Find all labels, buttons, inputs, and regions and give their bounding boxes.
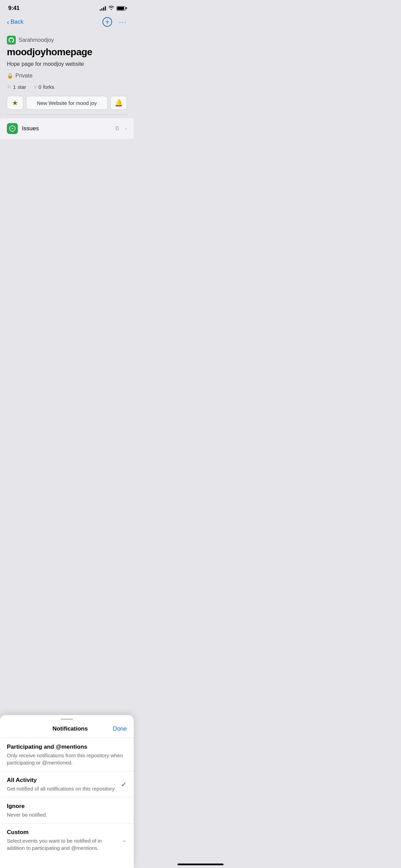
signal-icon [100,6,106,11]
status-time: 9:41 [8,5,20,12]
bell-icon: 🔔 [114,99,123,107]
nav-actions: + ··· [102,17,127,27]
add-button[interactable]: + [102,17,112,27]
repo-name: moodjoyhomepage [7,47,127,58]
fork-icon: ⑂ [34,84,37,90]
stars-stat: ☆ 1 star [7,84,26,90]
star-icon: ☆ [7,84,11,90]
stars-count: 1 [13,84,16,90]
repo-owner-name: Sarahmoodjoy [19,37,54,43]
branch-label: New Website for mood joy [37,100,97,106]
issues-icon [7,123,18,134]
forks-label: forks [43,84,54,90]
forks-stat: ⑂ 0 forks [34,84,54,90]
back-chevron-icon: ‹ [7,19,9,25]
repo-owner-row: Sarahmoodjoy [7,36,127,45]
plus-icon: + [105,19,109,25]
issues-row[interactable]: Issues 0 › [0,118,134,139]
star-filled-icon: ★ [12,99,18,107]
back-label: Back [11,19,24,25]
star-button[interactable]: ★ [7,96,23,110]
branch-button[interactable]: New Website for mood joy [26,96,108,110]
repo-description: Hope page for moodjoy website [7,60,127,68]
forks-count: 0 [38,84,41,90]
wifi-icon [108,5,114,11]
status-bar: 9:41 [0,0,134,15]
issues-label: Issues [22,125,111,132]
battery-icon [117,6,125,11]
action-row: ★ New Website for mood joy 🔔 [7,96,127,110]
repo-header: Sarahmoodjoy moodjoyhomepage Hope page f… [0,30,134,118]
more-icon: ··· [119,18,127,26]
stars-label: star [17,84,26,90]
repo-icon [7,36,16,45]
private-label: Private [15,73,33,79]
more-button[interactable]: ··· [119,18,127,26]
issues-count: 0 [116,125,119,132]
back-button[interactable]: ‹ Back [7,19,23,25]
status-icons [100,5,125,11]
chevron-right-icon: › [125,125,127,132]
divider [7,114,127,115]
notification-button[interactable]: 🔔 [110,96,127,110]
repo-stats-row: ☆ 1 star ⑂ 0 forks [7,84,127,90]
repo-meta-row: 🔒 Private [7,73,127,79]
lock-icon: 🔒 [7,73,13,79]
nav-bar: ‹ Back + ··· [0,15,134,30]
